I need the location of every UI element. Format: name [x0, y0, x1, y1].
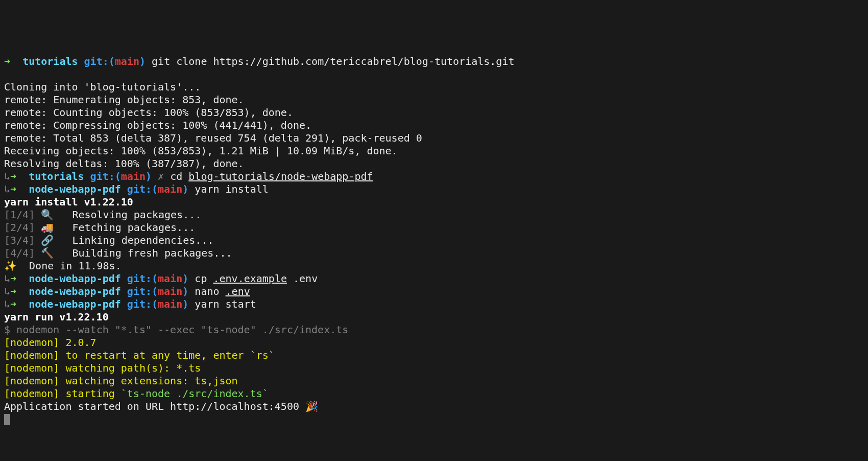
bracket-icon: ↳	[4, 272, 10, 285]
bracket-icon: ↳	[4, 170, 10, 182]
prompt-git-label: git:(	[84, 55, 115, 67]
prompt-dir: node-webapp-pdf	[29, 298, 121, 310]
prompt-arrow: ➜	[10, 285, 16, 297]
prompt-arrow: ➜	[4, 55, 10, 67]
prompt-git-close: )	[182, 285, 188, 297]
yarn-step-text: Fetching packages...	[66, 221, 195, 234]
bracket-icon: ↳	[4, 298, 10, 310]
prompt-git-close: )	[182, 272, 188, 285]
prompt-dir: tutorials	[22, 55, 78, 67]
clone-output-line: Receiving objects: 100% (853/853), 1.21 …	[4, 145, 398, 157]
prompt-branch: main	[158, 285, 182, 297]
prompt-git-label: git:(	[127, 272, 158, 285]
yarn-step-text: Building fresh packages...	[66, 247, 232, 259]
bracket-icon: ↳	[4, 285, 10, 297]
prompt-dir: node-webapp-pdf	[29, 285, 121, 297]
command-path: .env	[226, 285, 250, 297]
clone-output-line: remote: Enumerating objects: 853, done.	[4, 94, 244, 106]
prompt-dir: node-webapp-pdf	[29, 272, 121, 285]
nodemon-cmd: nodemon --watch "*.ts" --exec "ts-node" …	[16, 324, 348, 336]
nodemon-line: [nodemon] watching path(s): *.ts	[4, 362, 201, 374]
command-path: blog-tutorials/node-webapp-pdf	[188, 170, 373, 182]
dirty-indicator-icon: ✗	[158, 170, 164, 182]
prompt-dir: node-webapp-pdf	[29, 183, 121, 195]
prompt-git-label: git:(	[127, 285, 158, 297]
yarn-step-num: [4/4]	[4, 247, 35, 259]
prompt-branch: main	[158, 183, 182, 195]
prompt-git-label: git:(	[127, 298, 158, 310]
dollar-prompt: $	[4, 324, 16, 336]
prompt-arrow: ➜	[10, 298, 16, 310]
command-text: git clone https://github.com/tericcabrel…	[152, 55, 514, 67]
prompt-git-close: )	[182, 183, 188, 195]
yarn-done: ✨ Done in 11.98s.	[4, 260, 122, 272]
truck-icon: 🚚	[41, 221, 60, 234]
prompt-git-label: git:(	[127, 183, 158, 195]
prompt-arrow: ➜	[10, 183, 16, 195]
yarn-step-num: [2/4]	[4, 221, 35, 234]
prompt-branch: main	[121, 170, 146, 182]
yarn-step-text: Linking dependencies...	[66, 234, 213, 246]
hammer-icon: 🔨	[41, 247, 60, 259]
clone-output-line: remote: Compressing objects: 100% (441/4…	[4, 119, 311, 131]
command-path: .env.example	[213, 272, 287, 285]
prompt-branch: main	[115, 55, 139, 67]
command-text: cd	[170, 170, 188, 182]
prompt-git-close: )	[139, 55, 146, 67]
nodemon-line: [nodemon] watching extensions: ts,json	[4, 375, 238, 387]
prompt-branch: main	[158, 298, 182, 310]
command-text: cp	[195, 272, 213, 285]
command-text: nano	[195, 285, 225, 297]
prompt-dir: tutorials	[29, 170, 84, 182]
prompt-git-close: )	[182, 298, 188, 310]
bracket-icon: ↳	[4, 183, 10, 195]
command-text: yarn install	[195, 183, 269, 195]
clone-output-line: Cloning into 'blog-tutorials'...	[4, 81, 201, 93]
yarn-step-num: [1/4]	[4, 209, 35, 221]
nodemon-start-cmd: `ts-node ./src/index.ts`	[121, 387, 269, 400]
yarn-run-header: yarn run v1.22.10	[4, 311, 109, 323]
app-started: Application started on URL http://localh…	[4, 400, 318, 412]
clone-output-line: Resolving deltas: 100% (387/387), done.	[4, 157, 244, 170]
clone-output-line: remote: Total 853 (delta 387), reused 75…	[4, 132, 422, 144]
clone-output-line: remote: Counting objects: 100% (853/853)…	[4, 106, 293, 119]
cursor-icon	[4, 414, 10, 425]
yarn-step-num: [3/4]	[4, 234, 35, 246]
yarn-header: yarn install v1.22.10	[4, 196, 133, 208]
nodemon-line: [nodemon] starting	[4, 387, 121, 400]
prompt-git-close: )	[146, 170, 152, 182]
magnifier-icon: 🔍	[41, 209, 60, 221]
command-text: .env	[287, 272, 318, 285]
prompt-arrow: ➜	[10, 170, 16, 182]
prompt-branch: main	[158, 272, 182, 285]
nodemon-line: [nodemon] to restart at any time, enter …	[4, 349, 275, 361]
yarn-step-text: Resolving packages...	[66, 209, 201, 221]
prompt-git-label: git:(	[90, 170, 121, 182]
link-icon: 🔗	[41, 234, 60, 246]
command-text: yarn start	[195, 298, 256, 310]
nodemon-line: [nodemon] 2.0.7	[4, 336, 97, 349]
terminal-output[interactable]: ➜ tutorials git:(main) git clone https:/…	[4, 55, 864, 426]
prompt-arrow: ➜	[10, 272, 16, 285]
